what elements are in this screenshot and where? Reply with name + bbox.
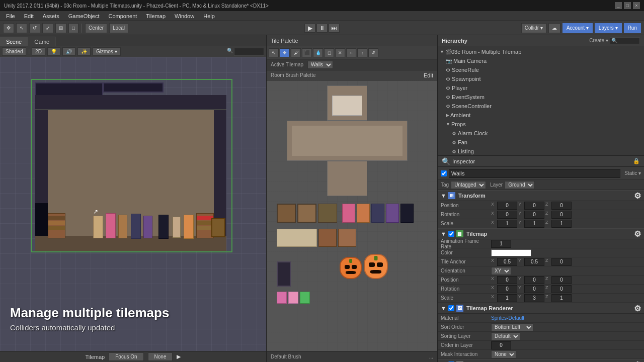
- sprite-furn-2[interactable]: [318, 229, 337, 247]
- sprite-plant-2[interactable]: [288, 292, 298, 304]
- tm-scale-x[interactable]: [497, 294, 517, 302]
- close-btn[interactable]: ×: [633, 2, 640, 9]
- sprite-char-1[interactable]: [342, 204, 355, 223]
- hierarchy-eventsystem[interactable]: ⚙ EventSystem: [438, 93, 644, 102]
- flip-y-tool[interactable]: ↕: [357, 48, 367, 57]
- rot-y-input[interactable]: [524, 211, 544, 219]
- cloud-icon-btn[interactable]: ☁: [548, 23, 560, 33]
- sorting-layer-select[interactable]: Default: [491, 332, 520, 340]
- transform-settings-icon[interactable]: ⚙: [634, 191, 641, 201]
- layer-select[interactable]: Ground: [505, 181, 535, 189]
- sprite-box[interactable]: [277, 261, 291, 287]
- transform-scale[interactable]: ⤢: [42, 23, 53, 33]
- pos-z-input[interactable]: [551, 202, 572, 210]
- obj-active-checkbox[interactable]: [441, 170, 447, 176]
- anch-z-input[interactable]: [551, 258, 572, 266]
- lights-btn[interactable]: 💡: [47, 47, 60, 56]
- step-button[interactable]: ⏭: [329, 24, 340, 33]
- anim-frame-input[interactable]: [491, 240, 511, 248]
- window-controls[interactable]: _ □ ×: [615, 2, 640, 9]
- tm-rot-y[interactable]: [524, 285, 544, 293]
- sprite-1[interactable]: [277, 204, 296, 223]
- sprite-pumpkin-2[interactable]: [364, 254, 388, 279]
- obj-name-input[interactable]: [449, 169, 620, 178]
- erase-tool[interactable]: ✕: [335, 48, 345, 57]
- sprite-plant-3[interactable]: [300, 292, 310, 304]
- hierarchy-scene-root[interactable]: ▼ 🎬 03c Room - Multiple Tilemap: [438, 47, 644, 56]
- minimize-btn[interactable]: _: [615, 2, 622, 9]
- hierarchy-listing[interactable]: ⚙ Listing: [438, 147, 644, 156]
- menu-edit[interactable]: Edit: [20, 12, 38, 20]
- select-tool[interactable]: ↖: [269, 48, 279, 57]
- transform-rotate[interactable]: ↺: [29, 23, 40, 33]
- rect-tool[interactable]: ◻: [324, 48, 334, 57]
- tm-renderer-checkbox[interactable]: [448, 305, 454, 311]
- hierarchy-create-btn[interactable]: Create ▾: [589, 38, 608, 43]
- scale-z-input[interactable]: [551, 220, 572, 228]
- pos-y-input[interactable]: [524, 202, 544, 210]
- rot-tool[interactable]: ↺: [368, 48, 378, 57]
- hierarchy-main-camera[interactable]: 📷 Main Camera: [438, 56, 644, 65]
- color-swatch[interactable]: [491, 249, 531, 256]
- transform-component-header[interactable]: ▼ ⊞ Transform ⚙: [438, 190, 644, 201]
- paint-tool[interactable]: 🖌: [291, 48, 301, 57]
- inspector-lock[interactable]: 🔒: [633, 158, 640, 164]
- menu-gameobject[interactable]: GameObject: [64, 12, 104, 20]
- run-btn[interactable]: Run: [624, 23, 641, 33]
- pause-button[interactable]: ⏸: [316, 24, 328, 33]
- sprite-2[interactable]: [297, 204, 316, 223]
- menu-tilemap[interactable]: Tilemap: [142, 12, 170, 20]
- menu-file[interactable]: File: [2, 12, 19, 20]
- hierarchy-player[interactable]: ⚙ Player: [438, 83, 644, 93]
- hierarchy-scenecontroller[interactable]: ⚙ SceneController: [438, 102, 644, 111]
- tab-scene[interactable]: Scene: [0, 37, 28, 46]
- tilemap-select[interactable]: Walls Floor: [307, 61, 333, 69]
- mask-interaction-select[interactable]: None: [491, 350, 516, 358]
- sprite-char-4[interactable]: [386, 204, 399, 223]
- tile-grid[interactable]: [267, 80, 437, 351]
- sprite-char-5[interactable]: [400, 204, 414, 223]
- sprite-3[interactable]: [318, 204, 337, 223]
- tilemap-collider-header[interactable]: ▼ ⬛ Tilemap Collider 2D ⚙: [438, 359, 644, 362]
- menu-assets[interactable]: Assets: [39, 12, 63, 20]
- edit-btn[interactable]: Edit: [424, 72, 433, 78]
- anch-y-input[interactable]: [524, 258, 544, 266]
- tm-scale-y[interactable]: [524, 294, 544, 302]
- focus-on-btn[interactable]: Focus On: [109, 352, 143, 361]
- tilemap-renderer-header[interactable]: ▼ 🖼 Tilemap Renderer ⚙: [438, 303, 644, 314]
- sprite-char-3[interactable]: [371, 204, 384, 223]
- move-tool[interactable]: ✥: [280, 48, 290, 57]
- sprite-pumpkin-1[interactable]: [340, 257, 362, 279]
- center-pivot-btn[interactable]: Center: [85, 23, 107, 33]
- sprite-furn-1[interactable]: [277, 229, 317, 247]
- tc-settings[interactable]: ⚙: [634, 360, 641, 363]
- maximize-btn[interactable]: □: [624, 2, 631, 9]
- sprite-char-2[interactable]: [357, 204, 370, 223]
- audio-btn[interactable]: 🔊: [62, 47, 75, 56]
- layers-btn[interactable]: Layers ▾: [595, 23, 622, 33]
- tm-pos-y[interactable]: [524, 276, 544, 284]
- none-btn[interactable]: None: [148, 352, 173, 361]
- tm-renderer-settings[interactable]: ⚙: [634, 304, 641, 313]
- tab-game[interactable]: Game: [28, 37, 56, 46]
- tm-pos-z[interactable]: [551, 276, 572, 284]
- gizmos-scene-btn[interactable]: Gizmos ▾: [93, 47, 121, 56]
- hierarchy-props[interactable]: ▼ Props: [438, 120, 644, 129]
- orientation-select[interactable]: XY XZ: [491, 267, 511, 275]
- sprite-plant-1[interactable]: [277, 292, 287, 304]
- scene-search[interactable]: [234, 48, 264, 56]
- play-button[interactable]: ▶: [304, 24, 315, 33]
- fill-tool[interactable]: ⬛: [302, 48, 312, 57]
- flip-x-tool[interactable]: ↔: [346, 48, 356, 57]
- global-local-btn[interactable]: Local: [109, 23, 128, 33]
- hierarchy-scenerule[interactable]: ⚙ SceneRule: [438, 65, 644, 74]
- tm-rot-x[interactable]: [497, 285, 517, 293]
- tilemap-settings-icon[interactable]: ⚙: [634, 229, 641, 239]
- menu-help[interactable]: Help: [199, 12, 219, 20]
- transform-combined[interactable]: □: [68, 23, 78, 33]
- fx-btn[interactable]: ✨: [77, 47, 91, 56]
- sort-order-select[interactable]: Bottom Left Bottom Right: [491, 323, 533, 331]
- frame-btn[interactable]: ▶: [177, 353, 181, 360]
- tm-pos-x[interactable]: [497, 276, 517, 284]
- hierarchy-spawnpoint[interactable]: ⚙ Spawnpoint: [438, 74, 644, 83]
